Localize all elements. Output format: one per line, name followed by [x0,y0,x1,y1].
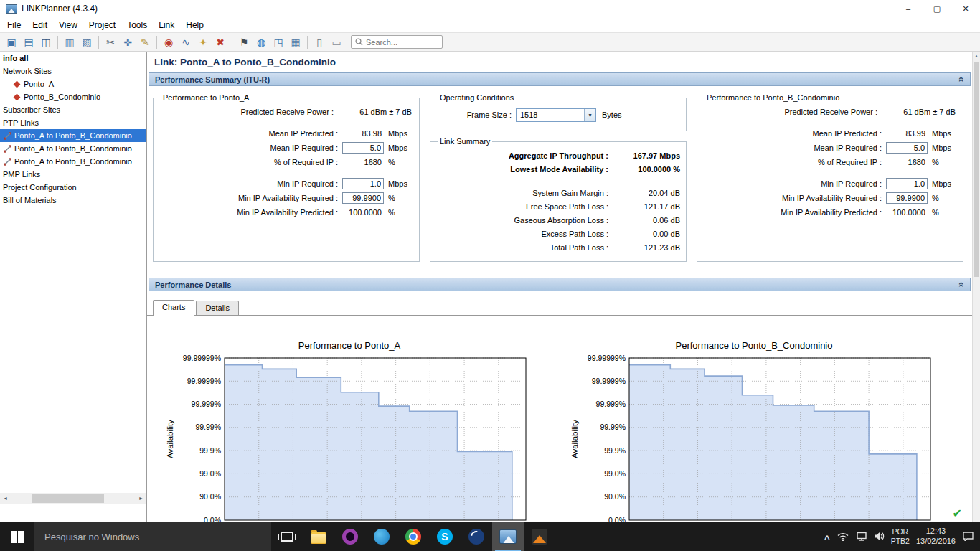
language-indicator[interactable]: POR PTB2 [891,527,910,546]
field-value: 83.99 [886,129,928,138]
menu-view[interactable]: View [53,19,83,32]
tree-item-ptp-link[interactable]: Ponto_A to Ponto_B_Condominio [0,129,146,142]
field-value: -61 dBm ± 7 dB [338,108,413,116]
flag-icon[interactable]: ⚑ [236,34,252,50]
tree-item-network-sites[interactable]: Network Sites [0,65,146,77]
tree-item-info-all[interactable]: info all [0,52,146,65]
scroll-left-button[interactable]: ◄ [0,496,11,501]
chart-ponto-a: Performance to Ponto_A 0.0%90.0%99.0%99.… [163,340,536,522]
scrollbar-thumb[interactable] [974,62,979,277]
chevron-down-icon[interactable]: ▾ [584,109,595,121]
vertical-scrollbar[interactable]: ▲ [972,52,980,522]
wired-network-icon[interactable] [856,532,867,542]
app-blue-circle[interactable] [366,522,397,551]
scrollbar-track[interactable] [11,493,136,504]
status-ok-icon: ✔ [953,507,962,520]
tree-item-ponto-a[interactable]: Ponto_A [0,77,146,90]
ponto-b-mean-ip-required-input[interactable] [886,142,928,154]
field-value: -61 dBm ± 7 dB [882,108,957,116]
chrome[interactable] [397,522,429,551]
menu-link[interactable]: Link [153,19,180,32]
collapse-chevron-icon[interactable]: « [956,282,967,287]
ponto-b-min-ip-availability-required-input[interactable] [886,192,928,204]
minimize-button[interactable]: – [894,0,923,17]
tab-details[interactable]: Details [196,301,239,315]
close-button[interactable]: ✕ [951,0,980,17]
sidebar-horizontal-scrollbar[interactable]: ◄ ► [0,493,146,504]
tree-item-ponto-b-condominio[interactable]: Ponto_B_Condominio [0,90,146,103]
field-label: Excess Path Loss : [433,230,614,238]
field-label: Aggregate IP Throughput : [433,151,614,160]
volume-icon[interactable] [874,532,885,542]
delete-icon[interactable]: ✖ [212,34,228,50]
svg-text:99.9999%: 99.9999% [592,377,626,385]
edit-icon[interactable]: ✎ [137,34,153,50]
tree-item-project-configuration[interactable]: Project Configuration [0,181,146,194]
menu-project[interactable]: Project [83,19,121,32]
tab-charts[interactable]: Charts [153,300,194,316]
ponto-a-min-ip-required-input[interactable] [342,178,384,189]
tree-item-pmp-links[interactable]: PMP Links [0,168,146,181]
hidden-icons-chevron[interactable]: ^ [824,533,830,544]
scrollbar-thumb[interactable] [32,494,104,503]
clock[interactable]: 12:43 13/02/2016 [916,527,956,547]
maximize-button[interactable]: ▢ [923,0,951,17]
search-input[interactable] [366,38,438,47]
svg-text:99.999%: 99.999% [596,400,626,408]
linkplanner[interactable] [492,522,524,551]
tree-item-subscriber-sites[interactable]: Subscriber Sites [0,103,146,116]
link-summary-row: Gaseous Absorption Loss :0.06 dB [433,213,680,227]
properties-icon[interactable]: ✦ [195,34,211,50]
web-report-icon[interactable]: ◳ [270,34,286,50]
print-icon[interactable]: ▭ [329,34,344,50]
menu-edit[interactable]: Edit [27,19,53,32]
browser-purple[interactable] [334,522,366,551]
field-label: Mean IP Predicted : [156,129,342,138]
open-project-icon[interactable]: ▤ [21,34,37,50]
field-unit: Mbps [928,143,957,152]
svg-text:99.0%: 99.0% [604,469,626,478]
tree-item-ptp-link[interactable]: Ponto_A to Ponto_B_Condominio [0,142,146,155]
performance-details-header[interactable]: Performance Details « [149,278,971,291]
taskbar-search[interactable]: Pesquisar no Windows [34,522,271,551]
image-viewer-orange[interactable] [524,522,555,551]
frame-size-select[interactable]: 1518 ▾ [516,108,596,122]
window-title: LINKPlanner (4.3.4) [22,4,98,14]
field-label: Predicted Receive Power : [700,108,882,116]
start-button[interactable] [0,522,34,551]
new-project-icon[interactable]: ▣ [4,34,19,50]
wifi-icon[interactable] [837,532,849,542]
menu-help[interactable]: Help [180,19,209,32]
toolbar-search[interactable] [351,35,443,49]
ponto-b-min-ip-required-input[interactable] [886,178,928,189]
performance-details-title: Performance Details [155,281,231,289]
new-link-icon[interactable]: ∿ [178,34,194,50]
performance-summary-header[interactable]: Performance Summary (ITU-R) « [149,72,971,86]
new-site-icon[interactable]: ◉ [161,34,176,50]
bom-table-icon[interactable]: ▦ [288,34,303,50]
copy-icon[interactable]: ▥ [62,34,77,50]
paste-icon[interactable]: ▨ [79,34,95,50]
menu-tools[interactable]: Tools [121,19,153,32]
app-blue-swirl[interactable] [461,522,492,551]
scroll-up-button[interactable]: ▲ [973,52,980,60]
tree-item-ptp-links[interactable]: PTP Links [0,116,146,129]
scroll-right-button[interactable]: ► [136,496,146,501]
skype[interactable]: S [429,522,461,551]
tree-item-ptp-link[interactable]: Ponto_A to Ponto_B_Condominio [0,155,146,168]
file-explorer[interactable] [303,522,334,551]
task-view-button[interactable] [271,522,303,551]
save-project-icon[interactable]: ◫ [38,34,54,50]
menu-file[interactable]: File [1,19,27,32]
print-preview-icon[interactable]: ▯ [311,34,327,50]
link-summary-row: Excess Path Loss :0.00 dB [433,227,680,240]
ponto-a-min-ip-availability-required-input[interactable] [342,192,384,204]
google-earth-icon[interactable]: ◍ [253,34,269,50]
measure-icon[interactable]: ✜ [120,34,136,50]
ponto-a-mean-ip-required-input[interactable] [342,142,384,154]
collapse-chevron-icon[interactable]: « [956,77,967,82]
tree-item-bill-of-materials[interactable]: Bill of Materials [0,194,146,207]
field-value: 83.98 [342,129,384,138]
action-center-icon[interactable] [962,531,974,542]
cut-icon[interactable]: ✂ [103,34,118,50]
